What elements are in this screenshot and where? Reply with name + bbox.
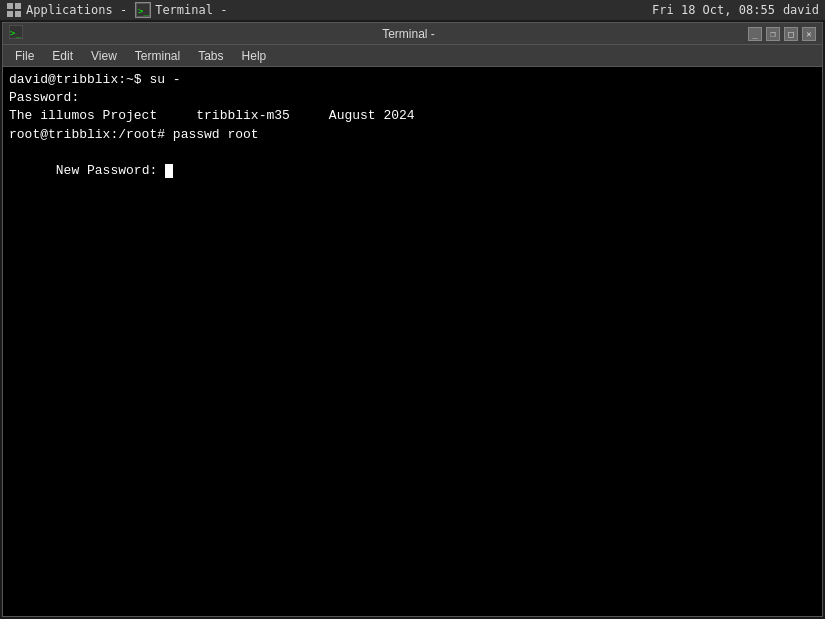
terminal-line-2: Password: <box>9 89 816 107</box>
menu-file[interactable]: File <box>7 47 42 65</box>
title-bar-left: >_ <box>9 25 69 42</box>
svg-rect-3 <box>15 11 21 17</box>
terminal-icon-left: >_ <box>9 27 23 42</box>
terminal-line-3: The illumos Project tribblix-m35 August … <box>9 107 816 125</box>
terminal-line-5: New Password: <box>9 144 816 199</box>
menu-terminal[interactable]: Terminal <box>127 47 188 65</box>
maximize-icon: □ <box>788 29 793 39</box>
menu-edit[interactable]: Edit <box>44 47 81 65</box>
system-bar-left: Applications - >_ Terminal - <box>6 2 227 18</box>
applications-label: Applications - <box>26 3 127 17</box>
window-title: Terminal - <box>69 27 748 41</box>
restore-button[interactable]: ❐ <box>766 27 780 41</box>
svg-text:>_: >_ <box>138 6 149 16</box>
minimize-button[interactable]: _ <box>748 27 762 41</box>
svg-rect-0 <box>7 3 13 9</box>
applications-menu[interactable]: Applications - <box>6 2 127 18</box>
terminal-line-4: root@tribblix:/root# passwd root <box>9 126 816 144</box>
terminal-tab-icon: >_ <box>135 2 151 18</box>
terminal-cursor <box>165 164 173 178</box>
svg-rect-1 <box>15 3 21 9</box>
window-controls: _ ❐ □ ✕ <box>748 27 816 41</box>
close-icon: ✕ <box>806 29 811 39</box>
username: david <box>783 3 819 17</box>
restore-icon: ❐ <box>770 29 775 39</box>
menu-bar: File Edit View Terminal Tabs Help <box>3 45 822 67</box>
close-button[interactable]: ✕ <box>802 27 816 41</box>
terminal-content[interactable]: david@tribblix:~$ su - Password: The ill… <box>3 67 822 616</box>
title-bar: >_ Terminal - _ ❐ □ ✕ <box>3 23 822 45</box>
system-bar-right: Fri 18 Oct, 08:55 david <box>652 3 819 17</box>
terminal-tab-label: Terminal - <box>155 3 227 17</box>
terminal-line-1: david@tribblix:~$ su - <box>9 71 816 89</box>
menu-tabs[interactable]: Tabs <box>190 47 231 65</box>
svg-rect-2 <box>7 11 13 17</box>
maximize-button[interactable]: □ <box>784 27 798 41</box>
menu-help[interactable]: Help <box>234 47 275 65</box>
terminal-tab[interactable]: >_ Terminal - <box>135 2 227 18</box>
svg-text:>_: >_ <box>10 28 21 38</box>
system-bar: Applications - >_ Terminal - Fri 18 Oct,… <box>0 0 825 20</box>
datetime: Fri 18 Oct, 08:55 <box>652 3 775 17</box>
apps-icon <box>6 2 22 18</box>
minimize-icon: _ <box>752 29 757 39</box>
menu-view[interactable]: View <box>83 47 125 65</box>
new-password-prompt: New Password: <box>56 163 165 178</box>
terminal-window: >_ Terminal - _ ❐ □ ✕ File Edit View Ter… <box>2 22 823 617</box>
